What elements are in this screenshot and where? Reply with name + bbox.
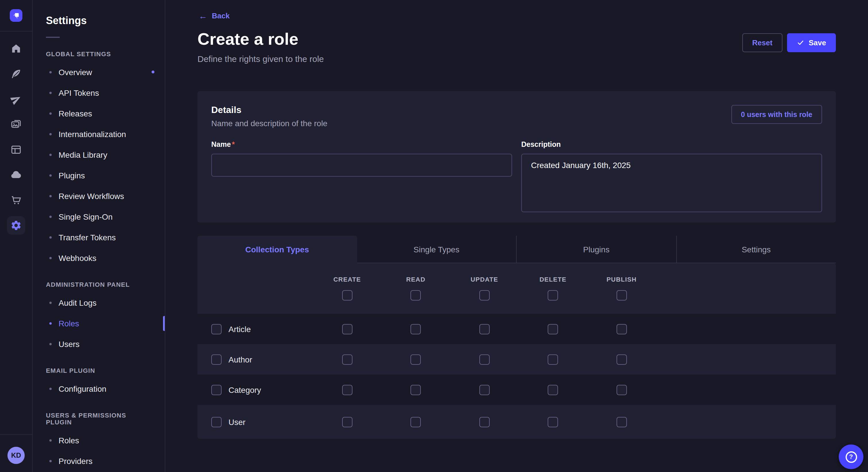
permission-checkbox[interactable] bbox=[411, 417, 421, 427]
bullet-icon bbox=[50, 174, 52, 177]
description-field[interactable]: Created January 16th, 2025 bbox=[521, 154, 822, 212]
send-nav-button[interactable] bbox=[7, 90, 25, 108]
select-all-publish-checkbox[interactable] bbox=[617, 290, 627, 301]
images-icon bbox=[10, 119, 22, 130]
details-title: Details bbox=[211, 105, 328, 115]
name-label: Name* bbox=[211, 140, 512, 148]
permission-checkbox[interactable] bbox=[411, 354, 421, 365]
permission-checkbox[interactable] bbox=[411, 324, 421, 334]
active-indicator bbox=[163, 316, 165, 331]
subnav-item-media-library[interactable]: Media Library bbox=[32, 144, 165, 165]
bullet-icon bbox=[50, 460, 52, 462]
permission-checkbox[interactable] bbox=[548, 384, 558, 395]
subnav-item-single-sign-on[interactable]: Single Sign-On bbox=[32, 206, 165, 227]
permission-checkbox[interactable] bbox=[617, 354, 627, 365]
permission-checkbox[interactable] bbox=[617, 384, 627, 395]
page-title: Create a role bbox=[197, 29, 324, 49]
row-label: Category bbox=[228, 385, 261, 394]
strapi-logo[interactable] bbox=[10, 9, 22, 22]
permission-checkbox[interactable] bbox=[411, 384, 421, 395]
marketplace-nav-button[interactable] bbox=[7, 191, 25, 209]
settings-nav-button[interactable] bbox=[7, 216, 25, 235]
row-label: Article bbox=[228, 324, 251, 334]
permission-checkbox[interactable] bbox=[342, 324, 352, 334]
permission-checkbox[interactable] bbox=[548, 324, 558, 334]
subnav-item-configuration[interactable]: Configuration bbox=[32, 378, 165, 399]
reset-button[interactable]: Reset bbox=[742, 33, 782, 52]
user-avatar[interactable]: KD bbox=[7, 447, 25, 464]
question-mark-icon: ? bbox=[845, 451, 857, 463]
bullet-icon bbox=[50, 439, 52, 442]
row-select-checkbox[interactable] bbox=[211, 354, 222, 365]
column-header: DELETE bbox=[539, 276, 567, 283]
subnav-item-providers[interactable]: Providers bbox=[32, 451, 165, 471]
bullet-icon bbox=[50, 112, 52, 115]
feather-icon bbox=[10, 68, 22, 80]
bullet-icon bbox=[50, 216, 52, 218]
subnav-item-transfer-tokens[interactable]: Transfer Tokens bbox=[32, 227, 165, 248]
bullet-icon bbox=[50, 195, 52, 197]
permission-checkbox[interactable] bbox=[479, 354, 490, 365]
permission-checkbox[interactable] bbox=[342, 417, 352, 427]
permission-checkbox[interactable] bbox=[479, 324, 490, 334]
subnav-title-divider bbox=[46, 37, 60, 38]
permission-checkbox[interactable] bbox=[342, 354, 352, 365]
subnav-item-roles-admin[interactable]: Roles bbox=[32, 313, 165, 334]
subnav-title: Settings bbox=[46, 14, 165, 28]
subnav-item-users[interactable]: Users bbox=[32, 334, 165, 355]
subnav-item-releases[interactable]: Releases bbox=[32, 103, 165, 124]
paper-plane-icon bbox=[10, 94, 22, 105]
table-row-category: Category bbox=[197, 374, 836, 405]
save-button[interactable]: Save bbox=[787, 33, 836, 52]
subnav-item-audit-logs[interactable]: Audit Logs bbox=[32, 293, 165, 313]
permission-checkbox[interactable] bbox=[342, 384, 352, 395]
section-label: EMAIL PLUGIN bbox=[32, 367, 165, 374]
select-all-delete-checkbox[interactable] bbox=[548, 290, 558, 301]
media-library-nav-button[interactable] bbox=[7, 115, 25, 134]
bullet-icon bbox=[50, 71, 52, 73]
required-asterisk: * bbox=[232, 140, 235, 148]
select-all-read-checkbox[interactable] bbox=[411, 290, 421, 301]
permission-checkbox[interactable] bbox=[548, 417, 558, 427]
permission-checkbox[interactable] bbox=[479, 417, 490, 427]
column-header: UPDATE bbox=[470, 276, 498, 283]
deploy-nav-button[interactable] bbox=[7, 166, 25, 184]
content-type-builder-nav-button[interactable] bbox=[7, 140, 25, 159]
settings-subnav: Settings GLOBAL SETTINGS Overview API To… bbox=[32, 0, 165, 472]
row-select-checkbox[interactable] bbox=[211, 417, 222, 427]
select-all-create-checkbox[interactable] bbox=[342, 290, 352, 301]
permission-checkbox[interactable] bbox=[617, 417, 627, 427]
layout-icon bbox=[10, 144, 22, 156]
help-button[interactable]: ? bbox=[839, 444, 863, 469]
strapi-admin-app: KD Settings GLOBAL SETTINGS Overview API… bbox=[0, 0, 868, 472]
subnav-item-internationalization[interactable]: Internationalization bbox=[32, 124, 165, 144]
subnav-item-api-tokens[interactable]: API Tokens bbox=[32, 82, 165, 103]
subnav-item-overview[interactable]: Overview bbox=[32, 62, 165, 82]
row-select-checkbox[interactable] bbox=[211, 384, 222, 395]
tab-settings[interactable]: Settings bbox=[676, 236, 836, 263]
tab-collection-types[interactable]: Collection Types bbox=[197, 236, 357, 263]
subnav-item-roles-up[interactable]: Roles bbox=[32, 430, 165, 451]
row-select-checkbox[interactable] bbox=[211, 324, 222, 334]
subnav-item-plugins[interactable]: Plugins bbox=[32, 165, 165, 186]
subnav-section-administration-panel: ADMINISTRATION PANEL Audit Logs Roles Us… bbox=[32, 281, 165, 355]
permission-checkbox[interactable] bbox=[548, 354, 558, 365]
cloud-icon bbox=[10, 169, 22, 181]
subnav-item-review-workflows[interactable]: Review Workflows bbox=[32, 186, 165, 206]
home-icon bbox=[10, 43, 22, 55]
subnav-section-email-plugin: EMAIL PLUGIN Configuration bbox=[32, 367, 165, 399]
table-row-article: Article bbox=[197, 314, 836, 344]
section-label: GLOBAL SETTINGS bbox=[32, 50, 165, 57]
content-manager-nav-button[interactable] bbox=[7, 65, 25, 83]
subnav-item-webhooks[interactable]: Webhooks bbox=[32, 248, 165, 268]
back-link[interactable]: ← Back bbox=[198, 11, 229, 20]
select-all-update-checkbox[interactable] bbox=[479, 290, 490, 301]
tab-single-types[interactable]: Single Types bbox=[357, 236, 516, 263]
tab-plugins[interactable]: Plugins bbox=[516, 236, 676, 263]
permission-checkbox[interactable] bbox=[617, 324, 627, 334]
users-with-role-button[interactable]: 0 users with this role bbox=[731, 105, 822, 124]
bullet-icon bbox=[50, 92, 52, 94]
name-field[interactable] bbox=[211, 154, 512, 177]
home-nav-button[interactable] bbox=[7, 40, 25, 58]
permission-checkbox[interactable] bbox=[479, 384, 490, 395]
